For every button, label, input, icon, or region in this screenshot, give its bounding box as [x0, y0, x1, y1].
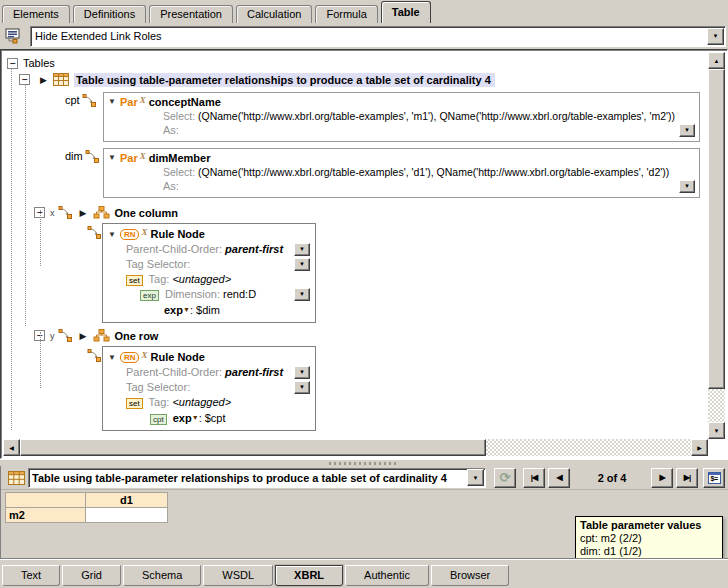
expand-arrow-icon[interactable]: ▶	[40, 75, 47, 85]
scroll-thumb[interactable]	[708, 69, 725, 389]
rule-node-block-y: ▼ RN X Rule Node Parent-Child-Order: par…	[87, 346, 708, 431]
tab-definitions[interactable]: Definitions	[73, 5, 146, 23]
tab-calculation[interactable]: Calculation	[236, 5, 312, 23]
horizontal-scrollbar[interactable]: ◀ ▶	[3, 439, 708, 456]
last-page-button[interactable]: ▶|	[676, 468, 698, 488]
as-label: As:	[163, 180, 179, 192]
breakdown-label: One column	[114, 207, 178, 219]
rule-node-box-y[interactable]: ▼ RN X Rule Node Parent-Child-Order: par…	[102, 346, 316, 431]
chevron-down-icon[interactable]: ▼	[467, 469, 484, 486]
rule-node-box-x[interactable]: ▼ RN X Rule Node Parent-Child-Order: par…	[102, 223, 316, 323]
tag-label: Tag:	[149, 396, 170, 408]
view-tab-grid[interactable]: Grid	[62, 565, 121, 586]
collapse-minus-icon[interactable]: −	[7, 58, 18, 69]
tab-elements[interactable]: Elements	[2, 5, 70, 23]
chevron-down-icon[interactable]: ▼	[679, 180, 695, 193]
preview-toolbar: Table using table-parameter relationship…	[1, 466, 728, 490]
chevron-down-icon[interactable]: ▼	[294, 366, 310, 379]
rule-node-title: Rule Node	[151, 228, 205, 240]
parameter-header[interactable]: ▼ Par X dimMember	[106, 150, 697, 165]
tree-row-one-column[interactable]: − x ▶	[3, 204, 708, 221]
view-tab-xbrl[interactable]: XBRL	[275, 565, 343, 586]
param-ref-icon	[82, 94, 97, 107]
tree-row-tables[interactable]: − Tables	[3, 55, 708, 71]
par-keyword: Par	[120, 96, 138, 108]
first-page-button[interactable]: |◀	[523, 468, 545, 488]
chevron-down-icon[interactable]: ▼	[294, 288, 310, 301]
rule-node-header[interactable]: ▼ RN X Rule Node	[106, 226, 312, 242]
pco-label: Parent-Child-Order:	[126, 243, 222, 255]
parameter-header[interactable]: ▼ Par X conceptName	[106, 94, 697, 109]
view-tab-bar: Text Grid Schema WSDL XBRL Authentic Bro…	[0, 558, 728, 588]
scroll-left-icon[interactable]: ◀	[3, 439, 20, 456]
exp-keyword: exp	[173, 412, 192, 424]
previous-page-button[interactable]: ◀	[548, 468, 570, 488]
table-row: d1	[6, 493, 168, 508]
xmlspy-table-view: Elements Definitions Presentation Calcul…	[0, 0, 728, 588]
link-roles-button[interactable]	[2, 25, 26, 47]
scroll-right-icon[interactable]: ▶	[691, 439, 708, 456]
data-cell[interactable]	[86, 508, 168, 523]
view-tab-schema[interactable]: Schema	[123, 565, 201, 586]
scroll-down-icon[interactable]: ▼	[708, 422, 725, 439]
column-header-cell[interactable]: d1	[86, 493, 168, 508]
top-tab-bar: Elements Definitions Presentation Calcul…	[0, 0, 728, 23]
collapse-triangle-icon[interactable]: ▼	[108, 353, 116, 362]
rule-node-header[interactable]: ▼ RN X Rule Node	[106, 349, 312, 365]
view-tab-authentic[interactable]: Authentic	[345, 565, 429, 586]
link-roles-combobox[interactable]: Hide Extended Link Roles ▼	[30, 26, 726, 47]
expression-row: cpt exp▼: $cpt	[106, 410, 312, 426]
row-header-cell[interactable]: m2	[6, 508, 86, 523]
parameter-box-conceptName[interactable]: ▼ Par X conceptName Select: (QName('http…	[103, 92, 700, 142]
vertical-scrollbar[interactable]: ▲ ▼	[708, 52, 725, 439]
select-value: (QName('http://www.xbrl.org/table-exampl…	[198, 166, 669, 178]
parameter-values-button[interactable]: $=	[703, 468, 725, 488]
expand-arrow-icon[interactable]: ▶	[80, 208, 87, 218]
chevron-down-icon[interactable]: ▼	[707, 28, 724, 45]
refresh-button[interactable]: ⟳	[494, 468, 516, 488]
scroll-thumb[interactable]	[20, 439, 486, 456]
tab-formula[interactable]: Formula	[315, 5, 377, 23]
collapse-triangle-icon[interactable]: ▼	[108, 153, 116, 162]
parameter-box-dimMember[interactable]: ▼ Par X dimMember Select: (QName('http:/…	[103, 148, 700, 198]
modifier-icon: X	[141, 350, 147, 360]
view-tab-browser[interactable]: Browser	[431, 565, 509, 586]
tree-row-one-row[interactable]: − y ▶	[3, 327, 708, 344]
chevron-down-icon[interactable]: ▼	[294, 243, 310, 256]
pco-value: parent-first	[225, 243, 283, 255]
tag-row: set Tag: <untagged>	[106, 272, 312, 287]
tree-row-table[interactable]: − ▶ Table using table-parameter relation…	[3, 71, 708, 88]
exp-value: : $cpt	[199, 412, 226, 424]
tree-content: − Tables − ▶ Table using table-p	[3, 52, 708, 439]
chevron-down-icon[interactable]: ▼	[294, 381, 310, 394]
tag-label: Tag:	[149, 273, 170, 285]
collapse-triangle-icon[interactable]: ▼	[108, 97, 116, 106]
panel-splitter[interactable]	[0, 459, 728, 466]
axis-label: y	[50, 331, 55, 341]
next-page-button[interactable]: ▶	[651, 468, 673, 488]
scroll-up-icon[interactable]: ▲	[708, 52, 725, 69]
exp-dropdown-icon[interactable]: ▼	[192, 414, 199, 421]
table-title[interactable]: Table using table-parameter relationship…	[74, 73, 495, 87]
tooltip-title: Table parameter values	[580, 518, 718, 532]
preview-table-selector[interactable]: Table using table-parameter relationship…	[28, 468, 486, 488]
tag-selector-row: Tag Selector: ▼	[106, 380, 312, 395]
corner-cell[interactable]	[6, 493, 86, 508]
table-parameter-values-tooltip: Table parameter values cpt: m2 (2/2) dim…	[575, 516, 723, 561]
table-toolbar: Hide Extended Link Roles ▼	[0, 23, 728, 49]
exp-dropdown-icon[interactable]: ▼	[183, 306, 190, 313]
dimension-row: exp Dimension: rend:D ▼	[106, 287, 312, 302]
view-tab-text[interactable]: Text	[2, 565, 60, 586]
expand-arrow-icon[interactable]: ▶	[80, 331, 87, 341]
tag-selector-row: Tag Selector: ▼	[106, 257, 312, 272]
link-roles-value: Hide Extended Link Roles	[31, 30, 707, 42]
chevron-down-icon[interactable]: ▼	[679, 124, 695, 137]
pager-text: 2 of 4	[573, 472, 651, 484]
tab-presentation[interactable]: Presentation	[149, 5, 233, 23]
collapse-triangle-icon[interactable]: ▼	[108, 230, 116, 239]
view-tab-wsdl[interactable]: WSDL	[203, 565, 273, 586]
exp-value: : $dim	[190, 304, 220, 316]
parameter-key-label: dim	[65, 150, 83, 162]
tab-table[interactable]: Table	[381, 1, 431, 23]
chevron-down-icon[interactable]: ▼	[294, 258, 310, 271]
